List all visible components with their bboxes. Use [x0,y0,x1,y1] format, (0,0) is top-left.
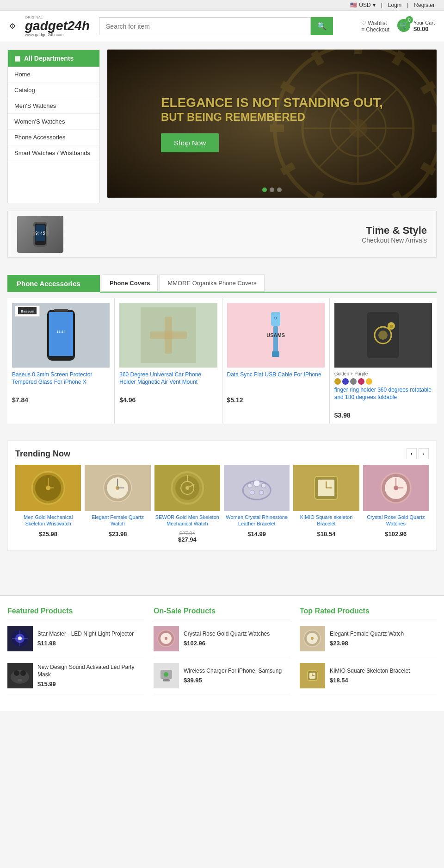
top-bar: 🇺🇸 USD ▾ | Login | Register [0,0,444,11]
svg-point-71 [250,490,254,495]
trending-price: $18.54 [293,531,359,537]
swatch-blue[interactable] [342,378,349,385]
trending-price: $14.99 [224,531,290,537]
your-cart-label: Your Cart [413,20,435,25]
tab-mmore-organika[interactable]: MMORE Organika Phone Covers [160,275,264,292]
ts-banner-wrapper: 9:45 Time & Style Checkout New Arrivals [0,211,444,275]
footer-product-info: Crystal Rose Gold Quartz Watches $102.96 [184,631,290,647]
footer-product-price: $39.95 [184,677,290,684]
svg-point-69 [253,480,260,487]
hero-dot-3[interactable] [277,187,282,192]
hero-dot-2[interactable] [270,187,274,192]
currency-selector[interactable]: 🇺🇸 USD ▾ [350,2,375,8]
cart-count: 0 [406,16,413,24]
currency-label: USD [359,2,370,8]
svg-point-89 [18,637,22,640]
sidebar-item-womens-watches[interactable]: Women'S Watches [8,114,99,130]
wishlist-link[interactable]: ♡ Wishlist [361,20,389,26]
trending-name: KIMIO Square skeleton Bracelet [293,514,359,531]
trending-prev-button[interactable]: ‹ [407,448,417,459]
footer-product-name: New Design Sound Activated Led Party Mas… [37,664,144,678]
shop-now-button[interactable]: Shop Now [161,133,219,152]
female-watch-small-svg [300,626,325,651]
footer-product-image [300,626,325,651]
sidebar-item-phone-accessories[interactable]: Phone Accessories [8,130,99,145]
sidebar-item-home[interactable]: Home [8,67,99,82]
kimio-svg [300,663,325,688]
sidebar-item-catalog[interactable]: Catalog [8,82,99,98]
header-right: ♡ Wishlist ≡ Checkout 🛒 0 Your Cart $0.0… [342,19,435,34]
footer-product-name: KIMIO Square Skeleton Bracelet [330,668,437,675]
swatch-gold[interactable] [334,378,341,385]
svg-rect-101 [163,679,170,681]
search-button[interactable]: 🔍 [311,17,333,35]
svg-point-102 [164,672,168,677]
trending-image [363,465,429,511]
svg-rect-27 [46,226,49,236]
logo[interactable]: ORIGINAL gadget24h www.gadget24h.com [25,15,90,37]
svg-text:9:45: 9:45 [35,231,45,236]
checkout-link[interactable]: ≡ Checkout [361,26,389,33]
product-name: Baseus 0.3mm Screen Protector Tempered G… [12,371,110,393]
skeleton-watch-svg [154,465,220,511]
gear-icon[interactable]: ⚙ [9,22,16,31]
footer-product-info: Wireless Charger For iPhone, Samsung $39… [184,668,290,684]
sidebar-item-mens-watches[interactable]: Men'S Watches [8,98,99,114]
trending-name: SEWOR Gold Men Skeleton Mechanical Watch [154,514,220,531]
tab-phone-covers[interactable]: Phone Covers [102,275,158,292]
product-phone-svg: 11:14 [43,307,80,363]
sidebar-item-smart-watches[interactable]: Smart Watches / Wristbands [8,145,99,161]
hero-title-line2: BUT BEING REMEMBERED [161,111,383,124]
trending-image [85,465,150,511]
footer-product-item: KIMIO Square Skeleton Bracelet $18.54 [300,663,437,694]
search-input[interactable] [99,17,311,35]
footer-product-name: Wireless Charger For iPhone, Samsung [184,668,290,675]
footer-product-item: Crystal Rose Gold Quartz Watches $102.96 [154,626,290,657]
svg-rect-26 [32,226,35,236]
footer-product-info: Star Master - LED Night Light Projector … [37,631,144,647]
content-area: ELEGANCE IS NOT STANDING OUT, BUT BEING … [100,50,437,203]
product-image: Baseus 11:14 [12,303,110,368]
footer-product-price: $102.96 [184,640,290,647]
swatch-yellow[interactable] [366,378,372,385]
trending-image [15,465,81,511]
cart-area[interactable]: 🛒 0 Your Cart $0.00 [397,19,435,34]
trending-header: Trending Now ‹ › [15,448,429,459]
trending-next-button[interactable]: › [419,448,429,459]
swatch-gray[interactable] [350,378,357,385]
svg-point-45 [378,331,388,340]
watch-svg: 9:45 [22,218,59,250]
product-image [334,303,432,368]
logo-text: gadget24h [25,19,90,32]
trending-name: Crystal Rose Gold Quartz Watches [363,514,429,531]
trending-name: Elegant Female Quartz Watch [85,514,150,531]
toprated-title: Top Rated Products [300,607,437,619]
footer-product-image [154,663,179,688]
rose-watch-small-svg [154,626,179,651]
projector-svg [7,626,33,651]
footer-product-item: Elegant Female Quartz Watch $23.98 [300,626,437,657]
svg-rect-31 [49,312,73,356]
product-card: 360 Degree Universal Car Phone Holder Ma… [115,298,222,424]
cart-icon: 🛒 0 [397,19,411,34]
trending-section: Trending Now ‹ › Me [7,440,437,551]
product-price: $7.84 [12,396,110,404]
usams-badge: USAMS [265,331,287,340]
footer-product-price: $18.54 [330,677,437,684]
svg-rect-40 [273,326,278,354]
login-link[interactable]: Login [388,2,401,8]
phone-accessories-grid: Baseus 11:14 Baseus 0.3mm Screen Protect… [7,298,437,424]
svg-point-70 [261,483,266,488]
footer-product-image [7,626,33,651]
color-label: Golden + Purple [334,371,432,376]
ts-text-area: Time & Style Checkout New Arrivals [73,225,427,244]
svg-point-93 [20,670,26,676]
register-link[interactable]: Register [414,2,435,8]
brand-badge: Baseus [15,306,40,317]
footer-product-image [7,663,33,688]
svg-rect-6 [354,50,362,54]
trending-card: Crystal Rose Gold Quartz Watches $102.96 [363,465,429,543]
swatch-pink[interactable] [358,378,364,385]
trending-navigation: ‹ › [407,448,429,459]
hero-dot-1[interactable] [262,187,267,192]
